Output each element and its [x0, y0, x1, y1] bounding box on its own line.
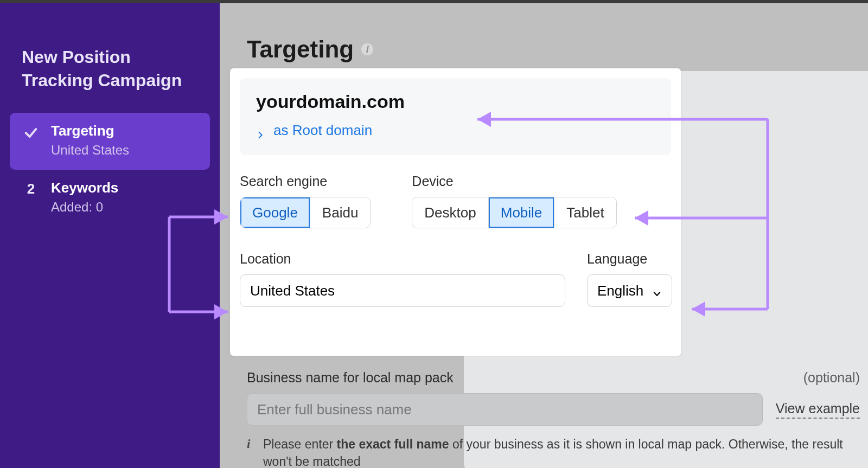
search-engine-field: Search engine Google Baidu: [240, 174, 371, 228]
step-number: 2: [22, 181, 40, 197]
page-title-text: Targeting: [247, 36, 354, 63]
business-name-input[interactable]: [247, 393, 763, 426]
sidebar-title: New Position Tracking Campaign: [0, 3, 220, 92]
step-sublabel: Added: 0: [51, 200, 118, 215]
step-sublabel: United States: [51, 143, 129, 158]
chevron-down-icon: [652, 286, 662, 296]
domain-name: yourdomain.com: [256, 91, 655, 112]
chevron-right-icon: [256, 126, 265, 135]
info-icon[interactable]: i: [361, 43, 373, 55]
domain-box: yourdomain.com as Root domain: [240, 78, 671, 155]
step-label: Keywords: [51, 179, 118, 196]
device-option-tablet[interactable]: Tablet: [554, 197, 616, 228]
search-engine-segmented: Google Baidu: [240, 197, 371, 228]
search-engine-option-baidu[interactable]: Baidu: [310, 197, 371, 228]
device-field: Device Desktop Mobile Tablet: [412, 174, 616, 228]
targeting-highlight-card: yourdomain.com as Root domain Search eng…: [230, 68, 681, 356]
language-select[interactable]: English: [587, 274, 672, 307]
business-name-hint: i Please enter the exact full name of yo…: [247, 435, 860, 468]
view-example-link[interactable]: View example: [776, 401, 860, 419]
business-name-section: Business name for local map pack (option…: [247, 370, 860, 468]
wizard-sidebar: New Position Tracking Campaign Targeting…: [0, 3, 220, 468]
page-title: Targeting i: [247, 36, 373, 63]
field-label: Device: [412, 174, 616, 189]
language-field: Language English: [587, 251, 672, 307]
field-label: Search engine: [240, 174, 371, 189]
check-icon: [22, 124, 40, 142]
field-label: Language: [587, 251, 672, 267]
sidebar-step-targeting[interactable]: Targeting United States: [10, 113, 210, 170]
language-value: English: [597, 283, 643, 299]
info-icon: i: [247, 435, 254, 468]
sidebar-step-keywords[interactable]: 2 Keywords Added: 0: [10, 170, 210, 227]
main-panel: Targeting i yourdomain.com as Root domai…: [220, 3, 868, 468]
optional-tag: (optional): [803, 370, 860, 386]
location-input[interactable]: [240, 274, 565, 307]
step-label: Targeting: [51, 123, 129, 139]
domain-type-toggle[interactable]: as Root domain: [256, 122, 655, 139]
search-engine-option-google[interactable]: Google: [240, 197, 310, 228]
device-segmented: Desktop Mobile Tablet: [412, 197, 616, 228]
device-option-desktop[interactable]: Desktop: [412, 197, 488, 228]
business-name-label: Business name for local map pack: [247, 370, 454, 386]
field-label: Location: [240, 251, 565, 267]
device-option-mobile[interactable]: Mobile: [489, 197, 555, 228]
location-field: Location: [240, 251, 565, 307]
domain-type-label: as Root domain: [273, 122, 372, 139]
